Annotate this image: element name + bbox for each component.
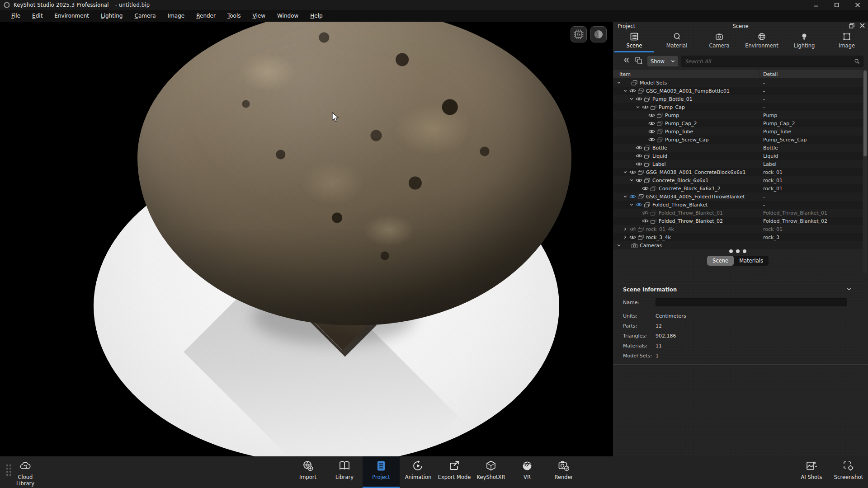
animation-button[interactable]: Animation [400, 456, 437, 488]
menu-environment[interactable]: Environment [48, 11, 95, 21]
scene-information-header[interactable]: Scene Information [623, 286, 677, 293]
visibility-eye-icon[interactable] [635, 96, 643, 102]
tree-row[interactable]: Pump_Cap- [613, 103, 863, 111]
tree-row[interactable]: PumpPump [613, 111, 863, 119]
tab-image[interactable]: Image [826, 30, 868, 52]
visibility-eye-icon[interactable] [628, 169, 637, 175]
tree-row[interactable]: GSG_MA009_A001_PumpBottle01- [613, 87, 863, 95]
menu-help[interactable]: Help [304, 11, 328, 21]
screenshot-button[interactable]: Screenshot [828, 456, 868, 488]
realtime-viewport[interactable]: G [0, 22, 613, 456]
ai-shots-button[interactable]: AI Shots [791, 456, 832, 488]
maximize-button[interactable] [826, 0, 847, 10]
chevron-down-icon[interactable] [628, 202, 635, 207]
tree-row[interactable]: Folded_Throw_Blanket_01Folded_Throw_Blan… [613, 209, 863, 217]
menu-edit[interactable]: Edit [26, 11, 48, 21]
subpanel-drag-dots[interactable] [613, 249, 863, 253]
tree-row[interactable]: BottleBottle [613, 144, 863, 152]
visibility-eye-icon[interactable] [641, 186, 649, 191]
tree-row[interactable]: LabelLabel [613, 160, 863, 168]
chevron-down-icon[interactable] [628, 178, 635, 183]
tree-scrollbar-thumb[interactable] [863, 70, 867, 156]
visibility-eye-icon[interactable] [641, 104, 649, 110]
chevron-right-icon[interactable] [622, 227, 628, 231]
tab-camera[interactable]: Camera [698, 30, 741, 52]
menu-tools[interactable]: Tools [222, 11, 247, 21]
visibility-eye-icon[interactable] [635, 153, 643, 159]
menu-image[interactable]: Image [162, 11, 191, 21]
tab-scene[interactable]: Scene [613, 30, 656, 52]
tree-row[interactable]: Pump_Screw_CapPump_Screw_Cap [613, 136, 863, 144]
chevron-down-icon[interactable] [846, 286, 852, 292]
undock-panel-icon[interactable] [849, 23, 855, 29]
chevron-down-icon[interactable] [635, 105, 641, 109]
search-input[interactable] [681, 58, 854, 65]
add-model-set-button[interactable] [635, 56, 643, 65]
chevron-down-icon[interactable] [616, 243, 622, 248]
render-button[interactable]: Render [545, 456, 582, 488]
denoise-button[interactable] [590, 26, 607, 42]
collapse-all-button[interactable] [623, 56, 630, 64]
export-mode-button[interactable]: Export Mode [434, 456, 475, 488]
show-filter-dropdown[interactable]: Show [647, 56, 678, 66]
chevron-down-icon[interactable] [628, 97, 635, 101]
menu-render[interactable]: Render [190, 11, 222, 21]
gpu-mode-button[interactable]: G [571, 26, 587, 42]
vr-button[interactable]: VR [509, 456, 546, 488]
chevron-down-icon[interactable] [622, 194, 628, 199]
close-panel-icon[interactable] [859, 23, 865, 29]
chevron-down-icon[interactable] [616, 80, 622, 85]
visibility-eye-icon[interactable] [647, 121, 656, 126]
menu-window[interactable]: Window [271, 11, 304, 21]
tree-row[interactable]: Concrete_Block_6x6x1_2rock_01 [613, 184, 863, 192]
tree-row[interactable]: Pump_Cap_2Pump_Cap_2 [613, 119, 863, 127]
visibility-eye-icon[interactable] [641, 210, 649, 216]
visibility-eye-icon[interactable] [628, 88, 637, 94]
tree-scrollbar[interactable] [863, 70, 867, 273]
visibility-eye-icon[interactable] [647, 137, 656, 142]
search-icon[interactable] [854, 58, 860, 64]
subtab-scene[interactable]: Scene [707, 256, 734, 266]
menu-view[interactable]: View [247, 11, 271, 21]
visibility-eye-icon[interactable] [635, 178, 643, 183]
keyshotxr-button[interactable]: KeyShotXR [472, 456, 509, 488]
tab-material[interactable]: Material [656, 30, 698, 52]
subtab-materials[interactable]: Materials [734, 256, 769, 266]
tree-row[interactable]: Concrete_Block_6x6x1rock_01 [613, 176, 863, 184]
visibility-eye-icon[interactable] [628, 226, 637, 232]
minimize-button[interactable] [806, 0, 826, 10]
scene-name-input[interactable] [656, 298, 847, 306]
tree-row[interactable]: Cameras [613, 241, 863, 249]
library-button[interactable]: Library [326, 456, 363, 488]
tree-row[interactable]: Folded_Throw_Blanket_02Folded_Throw_Blan… [613, 217, 863, 225]
visibility-eye-icon[interactable] [647, 113, 656, 118]
visibility-eye-icon[interactable] [628, 194, 637, 199]
menu-camera[interactable]: Camera [128, 11, 161, 21]
tree-row[interactable]: GSG_MA034_A005_FoldedThrowBlanket- [613, 192, 863, 201]
tree-row[interactable]: Pump_TubePump_Tube [613, 127, 863, 136]
tree-row[interactable]: LiquidLiquid [613, 152, 863, 160]
menu-file[interactable]: File [5, 11, 26, 21]
visibility-eye-icon[interactable] [628, 235, 637, 240]
chevron-right-icon[interactable] [622, 235, 628, 239]
import-button[interactable]: Import [289, 456, 326, 488]
chevron-down-icon[interactable] [622, 89, 628, 93]
chevron-down-icon[interactable] [622, 170, 628, 174]
visibility-eye-icon[interactable] [635, 145, 643, 150]
visibility-eye-icon[interactable] [641, 218, 649, 224]
visibility-eye-icon[interactable] [635, 161, 643, 167]
tab-environment[interactable]: Environment [741, 30, 783, 52]
menu-lighting[interactable]: Lighting [95, 11, 129, 21]
tree-row[interactable]: Pump_Bottle_01- [613, 95, 863, 103]
tab-lighting[interactable]: Lighting [783, 30, 826, 52]
close-button[interactable] [847, 0, 868, 10]
tree-row[interactable]: rock_01_4krock_01 [613, 225, 863, 233]
tree-row[interactable]: Folded_Throw_Blanket- [613, 201, 863, 209]
tree-row[interactable]: rock_3_4krock_3 [613, 233, 863, 241]
visibility-eye-icon[interactable] [647, 129, 656, 134]
visibility-eye-icon[interactable] [635, 202, 643, 207]
tree-row[interactable]: GSG_MA038_A001_ConcreteBlock6x6x1rock_01 [613, 168, 863, 176]
tree-row[interactable]: Model Sets- [613, 79, 863, 87]
project-button[interactable]: Project [363, 456, 400, 488]
cloud-library-button[interactable]: Cloud Library [5, 456, 46, 488]
